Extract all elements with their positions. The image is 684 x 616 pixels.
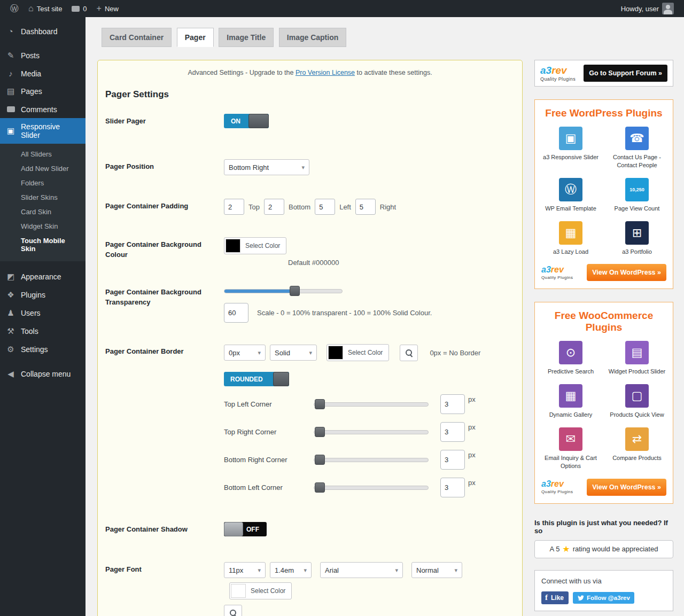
sidebar-item-tools[interactable]: ⚒ Tools [0, 322, 86, 340]
wordpress-icon: Ⓦ [10, 3, 19, 14]
twitter-follow-button[interactable]: Follow @a3rev [573, 592, 634, 604]
top-left-corner-input[interactable] [440, 394, 465, 414]
bg-colour-picker[interactable]: Select Color [224, 237, 286, 254]
transparency-input[interactable] [224, 303, 248, 323]
pager-position-select[interactable]: Bottom Right ▾ [224, 159, 309, 175]
sidebar-item-users[interactable]: ♟ Users [0, 304, 86, 322]
color-swatch [328, 346, 343, 360]
submenu-folders[interactable]: Folders [0, 176, 86, 190]
plugin-dynamic-gallery[interactable]: ▦ Dynamic Gallery [541, 384, 600, 419]
font-size-select[interactable]: 11px ▾ [224, 562, 266, 578]
sidebar-item-settings[interactable]: ⚙ Settings [0, 340, 86, 358]
border-colour-picker[interactable]: Select Color [327, 344, 389, 361]
site-name-menu[interactable]: ⌂ Test site [24, 0, 67, 17]
contact-icon: ☎ [625, 127, 649, 150]
border-style-select[interactable]: Solid ▾ [270, 345, 317, 361]
slider-handle[interactable] [315, 427, 325, 437]
wp-logo-menu[interactable]: Ⓦ [5, 0, 24, 17]
submenu-widget-skin[interactable]: Widget Skin [0, 219, 86, 233]
bottom-right-corner-input[interactable] [440, 450, 465, 470]
sidebar-item-comments[interactable]: Comments [0, 100, 86, 118]
support-forum-button[interactable]: Go to Support Forum » [584, 65, 667, 82]
slider-handle[interactable] [290, 286, 300, 296]
border-preview-button[interactable] [400, 345, 418, 361]
a3rev-logo: a3rev Quality Plugins [541, 480, 573, 494]
font-family-select[interactable]: Arial ▾ [320, 562, 403, 578]
plugin-a3-responsive-slider[interactable]: ▣ a3 Responsive Slider [541, 127, 600, 169]
transparency-slider[interactable] [224, 289, 343, 293]
a3rev-logo: a3rev Quality Plugins [540, 65, 576, 82]
plugin-page-view-count[interactable]: 10,250 Page View Count [608, 178, 666, 213]
plugin-wp-email-template[interactable]: Ⓦ WP Email Template [541, 178, 600, 213]
sidebar-item-appearance[interactable]: ◩ Appearance [0, 268, 86, 286]
padding-left-input[interactable] [315, 199, 335, 215]
bottom-left-corner-slider[interactable] [314, 486, 429, 490]
sidebar-item-media[interactable]: ♪ Media [0, 65, 86, 82]
tab-image-caption[interactable]: Image Caption [279, 28, 346, 47]
slider-handle[interactable] [315, 482, 325, 493]
submenu-add-new-slider[interactable]: Add New Slider [0, 161, 86, 176]
rating-link[interactable]: A 5 ★ rating would be appreciated [534, 540, 673, 558]
padding-bottom-input[interactable] [264, 199, 284, 215]
account-menu[interactable]: Howdy, user [616, 0, 679, 17]
collapse-menu-button[interactable]: ◀ Collapse menu [0, 365, 86, 383]
submenu-slider-skins[interactable]: Slider Skins [0, 190, 86, 205]
plugin-a3-lazy-load[interactable]: ▦ a3 Lazy Load [541, 221, 600, 256]
tab-pager[interactable]: Pager [177, 28, 214, 47]
comments-menu[interactable]: 0 [67, 0, 91, 17]
slider-handle[interactable] [315, 455, 325, 465]
sidebar-item-label: Appearance [21, 272, 61, 281]
chevron-down-icon: ▾ [258, 349, 261, 356]
facebook-like-button[interactable]: f Like [541, 591, 569, 604]
toggle-knob [273, 372, 289, 386]
connect-panel: Connect with us via f Like Follow @a3rev [534, 570, 673, 611]
transparency-hint: Scale - 0 = 100% transparent - 100 = 100… [257, 309, 432, 317]
plugin-predictive-search[interactable]: ⊙ Predictive Search [541, 341, 600, 376]
padding-right-input[interactable] [355, 199, 376, 215]
plugin-compare-products[interactable]: ⇄ Compare Products [608, 427, 666, 470]
view-on-wordpress-button[interactable]: View On WordPress » [587, 479, 666, 496]
font-preview-button[interactable] [224, 605, 242, 616]
pager-position-label: Pager Position [105, 159, 224, 175]
bottom-left-corner-input[interactable] [440, 478, 465, 497]
slider-handle[interactable] [315, 399, 325, 409]
plugin-a3-portfolio[interactable]: ⊞ a3 Portfolio [608, 221, 666, 256]
product-slider-icon: ▤ [625, 341, 649, 364]
tab-card-container[interactable]: Card Container [102, 28, 172, 47]
transparency-label: Pager Container Background Transparency [105, 285, 224, 323]
shadow-toggle[interactable]: OFF [224, 522, 267, 536]
sidebar-item-label: Comments [21, 105, 57, 114]
top-right-corner-slider[interactable] [314, 430, 429, 434]
submenu-all-sliders[interactable]: All Sliders [0, 147, 86, 161]
plugin-contact-us-page[interactable]: ☎ Contact Us Page - Contact People [608, 127, 666, 169]
top-left-corner-slider[interactable] [314, 402, 429, 407]
plugin-email-inquiry[interactable]: ✉ Email Inquiry & Cart Options [541, 427, 600, 470]
sidebar-item-dashboard[interactable]: ◔ Dashboard [0, 22, 86, 40]
font-weight-select[interactable]: Normal ▾ [411, 562, 462, 578]
line-height-select[interactable]: 1.4em ▾ [270, 562, 312, 578]
sidebar-item-responsive-slider[interactable]: ▣ Responsive Slider [0, 118, 86, 144]
tab-image-title[interactable]: Image Title [219, 28, 274, 47]
plugin-products-quick-view[interactable]: ▢ Products Quick View [608, 384, 666, 419]
posts-icon: ✎ [5, 51, 16, 60]
brush-icon: ◩ [5, 272, 16, 282]
bottom-right-corner-slider[interactable] [314, 458, 429, 462]
top-right-corner-input[interactable] [440, 422, 465, 442]
sidebar-item-pages[interactable]: ▤ Pages [0, 82, 86, 100]
rounded-toggle[interactable]: ROUNDED [224, 372, 289, 386]
free-wordpress-plugins-panel: Free WordPress Plugins ▣ a3 Responsive S… [534, 99, 673, 289]
font-colour-picker[interactable]: Select Color [229, 582, 292, 599]
border-width-select[interactable]: 0px ▾ [224, 345, 266, 361]
padding-top-input[interactable] [224, 199, 244, 215]
submenu-touch-mobile-skin[interactable]: Touch Mobile Skin [0, 233, 86, 256]
submenu-card-skin[interactable]: Card Skin [0, 205, 86, 219]
plus-icon: + [97, 4, 102, 13]
plugin-widget-product-slider[interactable]: ▤ Widget Product Slider [608, 341, 666, 376]
color-swatch [226, 239, 240, 253]
pro-version-license-link[interactable]: Pro Version License [296, 69, 355, 76]
sidebar-item-posts[interactable]: ✎ Posts [0, 46, 86, 65]
slider-pager-toggle[interactable]: ON [224, 114, 269, 128]
sidebar-item-plugins[interactable]: ❖ Plugins [0, 286, 86, 304]
view-on-wordpress-button[interactable]: View On WordPress » [587, 264, 666, 281]
new-content-menu[interactable]: + New [92, 0, 123, 17]
